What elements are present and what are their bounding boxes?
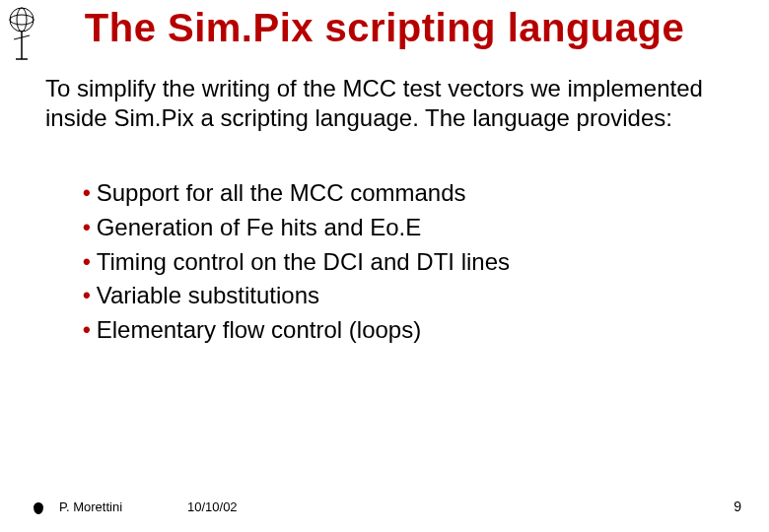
list-item: • Support for all the MCC commands <box>83 176 769 211</box>
slide-title: The Sim.Pix scripting language <box>0 0 769 50</box>
footer-author: P. Morettini <box>59 499 187 514</box>
bullet-text: Support for all the MCC commands <box>97 176 466 211</box>
bullet-icon: • <box>83 176 91 210</box>
bullet-list: • Support for all the MCC commands • Gen… <box>0 133 769 348</box>
bullet-text: Generation of Fe hits and Eo.E <box>97 211 422 245</box>
bullet-icon: • <box>83 279 91 312</box>
svg-point-0 <box>10 8 34 32</box>
svg-point-2 <box>17 8 27 32</box>
svg-point-1 <box>10 15 34 25</box>
bullet-icon: • <box>83 245 91 279</box>
slide: The Sim.Pix scripting language To simpli… <box>0 0 769 532</box>
footer-date: 10/10/02 <box>187 499 238 514</box>
logo-icon <box>6 6 37 61</box>
bullet-text: Variable substitutions <box>97 279 319 313</box>
bullet-icon: • <box>83 211 91 244</box>
slide-footer: P. Morettini 10/10/02 9 <box>0 499 769 514</box>
list-item: • Generation of Fe hits and Eo.E <box>83 211 769 245</box>
list-item: • Timing control on the DCI and DTI line… <box>83 245 769 280</box>
list-item: • Elementary flow control (loops) <box>83 313 769 348</box>
footer-page-number: 9 <box>734 499 741 514</box>
bullet-text: Timing control on the DCI and DTI lines <box>97 245 510 280</box>
list-item: • Variable substitutions <box>83 279 769 313</box>
bullet-icon: • <box>83 313 91 347</box>
intro-paragraph: To simplify the writing of the MCC test … <box>0 50 769 133</box>
bullet-text: Elementary flow control (loops) <box>97 313 421 348</box>
